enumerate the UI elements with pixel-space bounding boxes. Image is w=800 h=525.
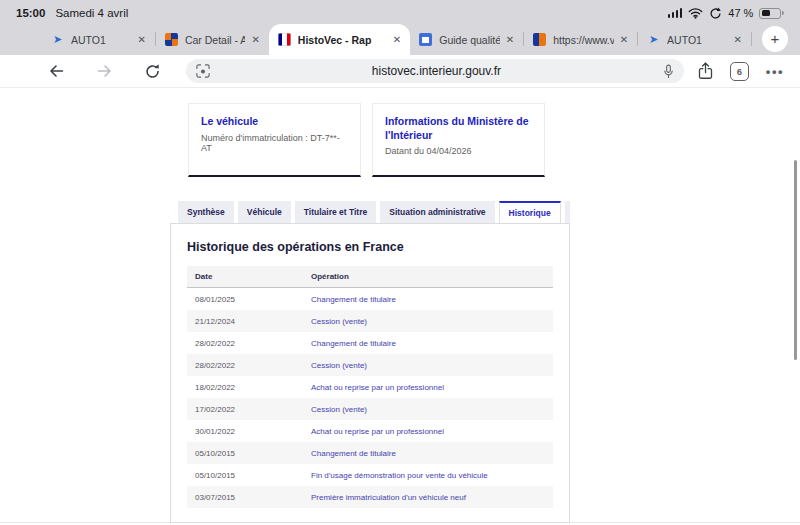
row-operation-link[interactable]: Changement de titulaire: [311, 295, 553, 304]
row-operation-link[interactable]: Changement de titulaire: [311, 449, 553, 458]
browser-tab-6[interactable]: ➤AUTO1✕: [638, 24, 751, 55]
row-date: 18/02/2022: [187, 383, 311, 392]
blue-app-favicon: [419, 33, 432, 46]
microphone-icon[interactable]: [663, 64, 674, 79]
status-bar: 15:00 Samedi 4 avril: [0, 0, 800, 24]
row-operation-link[interactable]: Cession (vente): [311, 361, 553, 370]
scrollbar-thumb[interactable]: [794, 160, 797, 360]
wifi-icon: [688, 7, 703, 19]
table-row: 30/01/2022Achat ou reprise par un profes…: [187, 420, 553, 442]
browser-tab-4[interactable]: Guide qualité -✕: [410, 24, 523, 55]
checker-favicon: [165, 33, 178, 46]
ministry-card-body: Datant du 04/04/2026: [385, 146, 532, 156]
table-row: 17/02/2022Cession (vente): [187, 398, 553, 420]
report-tab-situation-administrative[interactable]: Situation administrative: [380, 201, 494, 223]
tab-close-icon[interactable]: ✕: [734, 34, 742, 45]
row-operation-link[interactable]: Changement de titulaire: [311, 339, 553, 348]
row-date: 03/07/2015: [187, 493, 311, 502]
row-date: 30/01/2022: [187, 427, 311, 436]
report-tab-synth-se[interactable]: Synthèse: [178, 201, 234, 223]
web-content: Le véhicule Numéro d'immatriculation : D…: [0, 88, 800, 525]
browser-tab-5[interactable]: https://www.ve✕: [524, 24, 637, 55]
tab-divider: [751, 32, 752, 46]
table-row: 03/07/2015Première immatriculation d'un …: [187, 486, 553, 508]
date-column-header: Date: [187, 272, 311, 281]
tab-close-icon[interactable]: ✕: [251, 34, 259, 45]
lens-icon[interactable]: [196, 64, 210, 78]
report-tab-contr-les-techniques[interactable]: Contrôles techniques: [565, 201, 570, 223]
battery-icon: [759, 8, 784, 19]
vehicle-card: Le véhicule Numéro d'immatriculation : D…: [188, 103, 361, 177]
browser-navbar: histovec.interieur.gouv.fr 6 •••: [0, 55, 800, 88]
table-row: 21/12/2024Cession (vente): [187, 310, 553, 332]
french-flag-favicon: [278, 33, 291, 46]
tab-switcher-button[interactable]: 6: [730, 62, 749, 81]
browser-chrome-top: 15:00 Samedi 4 avril: [0, 0, 800, 55]
clock: 15:00: [16, 7, 45, 19]
reload-button[interactable]: [140, 59, 164, 83]
report-tab-titulaire-et-titre[interactable]: Titulaire et Titre: [295, 201, 376, 223]
browser-tab-strip: ➤AUTO1✕Car Detail - Ad✕HistoVec - Rap✕Gu…: [42, 24, 796, 55]
table-row: 28/02/2022Changement de titulaire: [187, 332, 553, 354]
browser-tab-3[interactable]: HistoVec - Rap✕: [269, 24, 410, 55]
browser-tab-1[interactable]: ➤AUTO1✕: [42, 24, 155, 55]
table-row: 05/10/2015Fin d'usage démonstration pour…: [187, 464, 553, 486]
table-row: 05/10/2015Changement de titulaire: [187, 442, 553, 464]
tab-close-icon[interactable]: ✕: [506, 34, 514, 45]
tab-title: AUTO1: [667, 34, 728, 46]
new-tab-button[interactable]: +: [762, 26, 788, 52]
url-text[interactable]: histovec.interieur.gouv.fr: [210, 64, 663, 78]
summary-cards: Le véhicule Numéro d'immatriculation : D…: [170, 88, 570, 177]
split-favicon: [533, 33, 546, 46]
row-operation-link[interactable]: Achat ou reprise par un professionnel: [311, 427, 553, 436]
report-tab-historique[interactable]: Historique: [499, 201, 561, 223]
row-date: 08/01/2025: [187, 295, 311, 304]
vehicle-card-title: Le véhicule: [201, 115, 348, 129]
row-operation-link[interactable]: Fin d'usage démonstration pour vente du …: [311, 471, 553, 480]
row-date: 17/02/2022: [187, 405, 311, 414]
history-panel: Historique des opérations en France Date…: [170, 223, 570, 523]
row-operation-link[interactable]: Cession (vente): [311, 405, 553, 414]
tab-title: Car Detail - Ad: [185, 34, 246, 46]
row-operation-link[interactable]: Achat ou reprise par un professionnel: [311, 383, 553, 392]
table-row: 08/01/2025Changement de titulaire: [187, 288, 553, 310]
menu-icon[interactable]: •••: [766, 64, 784, 79]
row-date: 05/10/2015: [187, 471, 311, 480]
battery-percent: 47 %: [728, 7, 753, 19]
vehicle-card-body: Numéro d'immatriculation : DT-7**-AT: [201, 133, 348, 153]
tab-title: Guide qualité -: [439, 34, 500, 46]
ipad-screen: 15:00 Samedi 4 avril: [0, 0, 800, 525]
tab-close-icon[interactable]: ✕: [393, 34, 401, 45]
forward-button[interactable]: [92, 59, 116, 83]
orientation-lock-icon: [709, 7, 722, 20]
tab-title: AUTO1: [71, 34, 132, 46]
table-row: 28/02/2022Cession (vente): [187, 354, 553, 376]
table-row: 18/02/2022Achat ou reprise par un profes…: [187, 376, 553, 398]
cellular-signal-icon: [668, 8, 683, 18]
auto1-favicon: ➤: [51, 33, 64, 46]
row-date: 21/12/2024: [187, 317, 311, 326]
ministry-card: Informations du Ministère de l'Intérieur…: [372, 103, 545, 177]
ministry-card-title: Informations du Ministère de l'Intérieur: [385, 115, 532, 142]
section-title: Historique des opérations en France: [187, 240, 553, 254]
history-table: Date Opération 08/01/2025Changement de t…: [187, 266, 553, 508]
report-tab-bar: SynthèseVéhiculeTitulaire et TitreSituat…: [178, 201, 570, 223]
row-operation-link[interactable]: Première immatriculation d'un véhicule n…: [311, 493, 553, 502]
operation-column-header: Opération: [311, 272, 553, 281]
share-icon[interactable]: [698, 62, 713, 80]
tab-title: https://www.ve: [553, 34, 614, 46]
tab-close-icon[interactable]: ✕: [620, 34, 628, 45]
row-date: 28/02/2022: [187, 339, 311, 348]
row-operation-link[interactable]: Cession (vente): [311, 317, 553, 326]
browser-tab-2[interactable]: Car Detail - Ad✕: [156, 24, 269, 55]
report-tab-v-hicule[interactable]: Véhicule: [238, 201, 291, 223]
date: Samedi 4 avril: [55, 7, 128, 19]
url-bar[interactable]: histovec.interieur.gouv.fr: [186, 59, 684, 83]
tab-title: HistoVec - Rap: [298, 34, 387, 46]
table-header-row: Date Opération: [187, 266, 553, 288]
back-button[interactable]: [44, 59, 68, 83]
row-date: 05/10/2015: [187, 449, 311, 458]
row-date: 28/02/2022: [187, 361, 311, 370]
auto1-favicon: ➤: [647, 33, 660, 46]
tab-close-icon[interactable]: ✕: [138, 34, 146, 45]
